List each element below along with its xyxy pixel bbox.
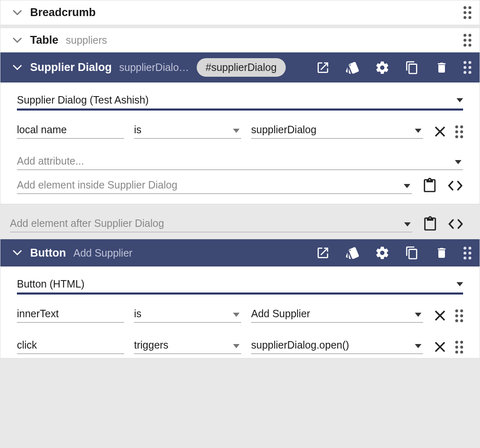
close-icon[interactable] <box>433 309 447 323</box>
attr-op-input[interactable] <box>134 337 241 354</box>
chevron-down-icon[interactable] <box>12 248 23 258</box>
add-element-inside-input[interactable] <box>17 177 412 194</box>
drag-handle-icon[interactable] <box>464 247 471 259</box>
panel-toolbar <box>315 245 471 261</box>
attr-op-input[interactable] <box>134 122 241 139</box>
add-attribute-input[interactable] <box>17 153 463 170</box>
chevron-down-icon[interactable] <box>12 35 23 46</box>
code-icon[interactable] <box>447 178 463 193</box>
add-attribute-row <box>17 153 463 170</box>
add-element-inside-select[interactable] <box>17 177 412 194</box>
drag-handle-icon[interactable] <box>464 34 471 47</box>
attr-op-select[interactable] <box>134 122 241 139</box>
panel-header-table[interactable]: Table suppliers <box>0 28 480 52</box>
panel-toolbar <box>315 60 471 75</box>
drag-handle-icon[interactable] <box>455 309 463 322</box>
attr-value-input[interactable] <box>251 122 423 139</box>
style-icon[interactable] <box>345 60 360 75</box>
chevron-down-icon[interactable] <box>12 62 23 73</box>
close-icon[interactable] <box>433 125 447 139</box>
add-element-after-select[interactable] <box>10 216 412 232</box>
style-icon[interactable] <box>345 245 360 261</box>
attribute-row <box>17 337 463 354</box>
attr-value-select[interactable] <box>251 122 423 139</box>
attr-op-input[interactable] <box>134 306 241 323</box>
close-icon[interactable] <box>433 340 447 354</box>
copy-icon[interactable] <box>404 245 420 261</box>
open-in-new-icon[interactable] <box>315 60 331 75</box>
gear-icon[interactable] <box>374 245 390 261</box>
panel-header-button[interactable]: Button Add Supplier <box>0 239 480 266</box>
panel-breadcrumb: Breadcrumb <box>0 0 480 25</box>
dropdown-caret-icon <box>233 344 240 348</box>
panel-title: Table <box>30 34 59 47</box>
component-type-select[interactable]: Button (HTML) <box>17 275 463 295</box>
chevron-down-icon[interactable] <box>12 7 23 18</box>
attr-op-select[interactable] <box>134 337 241 354</box>
dropdown-caret-icon <box>404 222 411 226</box>
dropdown-caret-icon <box>233 129 240 133</box>
panel-title: Button <box>30 247 66 259</box>
attr-value-select[interactable] <box>251 337 423 354</box>
panel-subtitle: suppliers <box>66 34 107 46</box>
select-value: Supplier Dialog (Test Ashish) <box>17 94 149 106</box>
drag-handle-icon[interactable] <box>455 125 463 138</box>
attr-op-select[interactable] <box>134 306 241 323</box>
panel-header-supplier-dialog[interactable]: Supplier Dialog supplierDialo… #supplier… <box>0 52 480 83</box>
dropdown-caret-icon <box>456 98 463 102</box>
drag-handle-icon[interactable] <box>464 6 471 19</box>
add-attribute-select[interactable] <box>17 153 463 170</box>
attribute-row <box>17 122 463 139</box>
copy-icon[interactable] <box>404 60 420 75</box>
delete-icon[interactable] <box>434 245 449 261</box>
open-in-new-icon[interactable] <box>315 245 331 261</box>
attr-name-input[interactable] <box>17 122 124 139</box>
panel-title: Supplier Dialog <box>30 61 112 74</box>
dropdown-caret-icon <box>404 184 410 188</box>
select-value: Button (HTML) <box>17 278 85 290</box>
id-chip[interactable]: #supplierDialog <box>197 58 286 77</box>
dropdown-caret-icon <box>455 160 461 164</box>
dropdown-caret-icon <box>415 344 421 348</box>
attr-name-input[interactable] <box>17 306 124 323</box>
add-element-inside-row <box>17 177 463 194</box>
attribute-row <box>17 306 463 323</box>
code-icon[interactable] <box>448 216 464 232</box>
dropdown-caret-icon <box>415 313 421 317</box>
panel-subtitle: Add Supplier <box>73 247 132 259</box>
panel-title: Breadcrumb <box>30 6 96 19</box>
attr-name-input[interactable] <box>17 337 124 354</box>
button-body: Button (HTML) <box>0 266 480 358</box>
panel-table: Table suppliers Supplier Dialog supplier… <box>0 28 480 204</box>
component-type-select[interactable]: Supplier Dialog (Test Ashish) <box>17 91 463 111</box>
panel-button: Button Add Supplier Button (HTML) <box>0 239 480 358</box>
dropdown-caret-icon <box>415 129 421 133</box>
add-element-after-section <box>0 207 480 239</box>
drag-handle-icon[interactable] <box>455 341 463 354</box>
supplier-dialog-body: Supplier Dialog (Test Ashish) <box>0 83 480 204</box>
attr-value-input[interactable] <box>251 337 423 354</box>
panel-header-breadcrumb[interactable]: Breadcrumb <box>0 0 480 25</box>
attr-value-select[interactable] <box>251 306 423 323</box>
add-element-after-row <box>10 216 464 232</box>
gear-icon[interactable] <box>374 60 390 75</box>
paste-icon[interactable] <box>422 216 438 232</box>
add-element-after-input[interactable] <box>10 216 412 232</box>
dropdown-caret-icon <box>233 313 240 317</box>
attr-value-input[interactable] <box>251 306 423 323</box>
panel-subtitle: supplierDialo… <box>119 61 189 73</box>
paste-icon[interactable] <box>422 178 438 193</box>
drag-handle-icon[interactable] <box>464 61 471 74</box>
dropdown-caret-icon <box>456 282 463 286</box>
delete-icon[interactable] <box>434 60 449 75</box>
